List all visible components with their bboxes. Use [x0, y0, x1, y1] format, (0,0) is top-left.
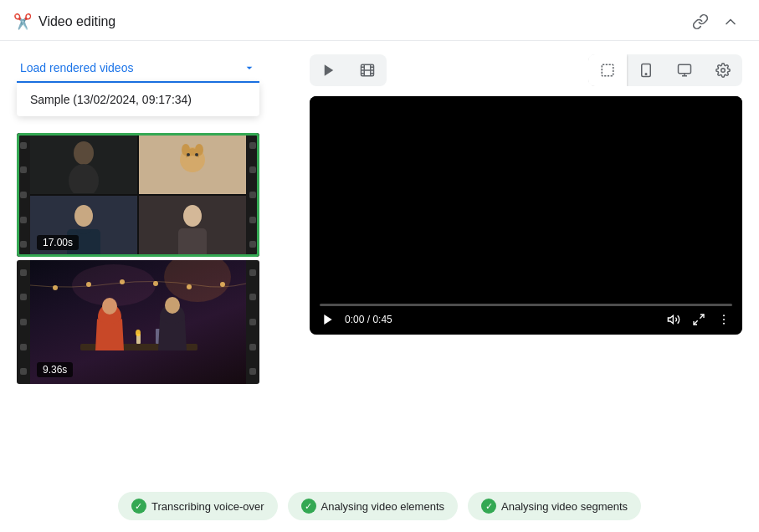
monitor-button[interactable] [665, 54, 704, 86]
playback-group [310, 54, 387, 86]
check-icon-elements: ✓ [301, 499, 316, 514]
collapse-button[interactable] [719, 10, 742, 33]
film-button[interactable] [348, 54, 387, 86]
video-more-button[interactable] [715, 311, 732, 328]
dropdown-container: Load rendered videos Sample (13/02/2024,… [17, 54, 293, 83]
video-time: 0:00 / 0:45 [345, 314, 657, 325]
svg-point-17 [120, 279, 125, 284]
status-bar: ✓ Transcribing voice-over ✓ Analysing vi… [0, 480, 759, 532]
view-options-group [588, 54, 742, 86]
svg-point-19 [187, 284, 192, 289]
check-icon-segments: ✓ [481, 499, 496, 514]
svg-point-18 [153, 281, 158, 286]
svg-point-13 [164, 260, 231, 302]
svg-rect-32 [602, 64, 613, 76]
time-total: 0:45 [372, 314, 392, 325]
svg-marker-37 [324, 315, 331, 325]
cell-dog [139, 133, 246, 194]
settings-button[interactable] [704, 54, 742, 86]
video-player: 0:00 / 0:45 [310, 96, 742, 335]
time-current: 0:00 [345, 314, 364, 325]
tablet-button[interactable] [627, 54, 665, 86]
svg-rect-35 [679, 64, 691, 74]
status-pill-analysing-elements: ✓ Analysing video elements [288, 492, 458, 520]
cell-person1 [30, 133, 137, 194]
svg-point-42 [723, 319, 725, 320]
svg-line-40 [694, 320, 698, 325]
dropdown-option[interactable]: Sample (13/02/2024, 09:17:34) [17, 83, 259, 116]
svg-point-9 [74, 205, 93, 227]
video-screen [310, 96, 742, 291]
toolbar [310, 54, 742, 86]
play-button[interactable] [310, 54, 348, 86]
video-volume-button[interactable] [665, 311, 682, 328]
svg-line-39 [700, 315, 704, 319]
status-label-transcribing: Transcribing voice-over [151, 500, 264, 513]
right-panel: 0:00 / 0:45 [310, 54, 742, 384]
svg-rect-12 [178, 228, 207, 256]
dropdown-menu: Sample (13/02/2024, 09:17:34) [17, 83, 259, 116]
svg-point-20 [220, 282, 225, 287]
load-videos-dropdown[interactable]: Load rendered videos [17, 54, 259, 83]
svg-point-29 [136, 330, 141, 336]
svg-point-25 [102, 298, 117, 315]
dropdown-label: Load rendered videos [20, 61, 133, 74]
header: ✂️ Video editing [0, 0, 759, 41]
clip-2[interactable]: 9.36s [17, 260, 259, 384]
cell-person4 [139, 196, 246, 257]
svg-marker-38 [668, 315, 673, 323]
svg-point-41 [723, 315, 725, 316]
video-fullscreen-button[interactable] [690, 311, 707, 328]
status-pill-analysing-segments: ✓ Analysing video segments [468, 492, 641, 520]
video-controls-row: 0:00 / 0:45 [320, 311, 732, 328]
status-label-segments: Analysing video segments [501, 500, 628, 513]
film-holes-right [246, 133, 259, 257]
svg-point-0 [74, 141, 94, 165]
left-panel: Load rendered videos Sample (13/02/2024,… [17, 54, 293, 384]
svg-point-36 [721, 69, 726, 73]
svg-point-43 [723, 323, 725, 325]
svg-point-7 [195, 153, 198, 156]
page-title: Video editing [38, 14, 115, 29]
header-right [689, 10, 742, 33]
svg-point-6 [187, 153, 190, 156]
film-strip: 17.00s [17, 133, 259, 384]
clip-2-duration: 9.36s [37, 362, 73, 377]
video-progress-bar[interactable] [320, 304, 732, 306]
svg-point-1 [69, 164, 99, 193]
status-pill-transcribing: ✓ Transcribing voice-over [118, 492, 278, 520]
clip-1[interactable]: 17.00s [17, 133, 259, 257]
video-play-button[interactable] [320, 311, 336, 328]
link-button[interactable] [689, 10, 712, 33]
svg-point-34 [645, 74, 647, 75]
check-icon-transcribing: ✓ [131, 499, 146, 514]
svg-point-15 [53, 285, 58, 290]
svg-point-8 [182, 156, 203, 172]
main-content: Load rendered videos Sample (13/02/2024,… [0, 41, 759, 397]
svg-point-11 [183, 205, 202, 227]
header-left: ✂️ Video editing [13, 13, 115, 31]
scissors-icon: ✂️ [13, 13, 32, 31]
video-controls: 0:00 / 0:45 [310, 299, 742, 335]
svg-point-16 [86, 282, 91, 287]
film-holes-left-2 [17, 260, 30, 384]
svg-marker-30 [325, 64, 334, 76]
film-holes-left [17, 133, 30, 257]
status-label-elements: Analysing video elements [321, 500, 444, 513]
svg-point-27 [165, 297, 180, 314]
selection-button[interactable] [588, 54, 627, 86]
clip-1-duration: 17.00s [37, 235, 79, 250]
film-holes-right-2 [246, 260, 259, 384]
